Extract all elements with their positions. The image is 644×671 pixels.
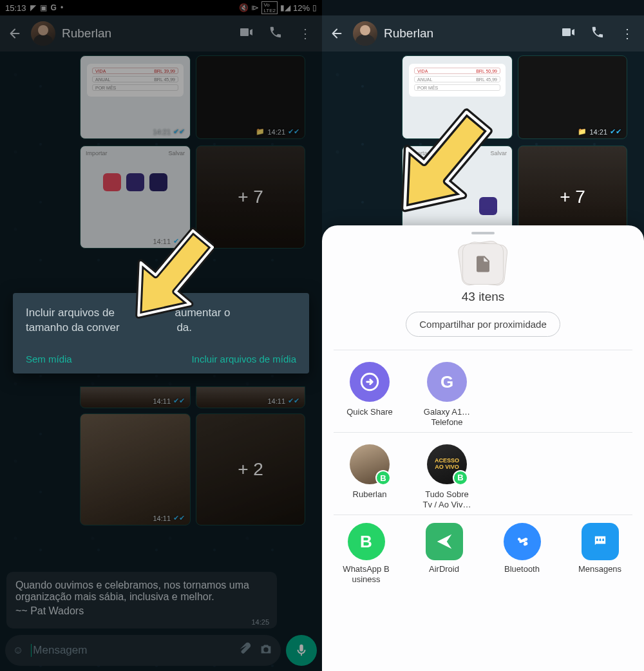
- more-media-count: + 2: [196, 414, 305, 525]
- battery-text: 12%: [293, 3, 310, 13]
- timestamp: 14:11: [267, 397, 285, 405]
- include-media-button[interactable]: Incluir arquivos de mídia: [191, 354, 296, 364]
- media-thumbnail[interactable]: 📁14:21✔✔: [518, 55, 627, 139]
- without-media-button[interactable]: Sem mídia: [26, 354, 72, 364]
- share-target-label: usiness: [352, 574, 380, 584]
- media-thumbnail[interactable]: 14:11✔✔: [196, 386, 305, 408]
- app-icon: [479, 197, 497, 215]
- video-call-button[interactable]: [556, 24, 580, 43]
- timestamp: 14:25: [251, 618, 269, 626]
- timestamp: 14:21: [153, 128, 171, 136]
- status-time: 15:13: [5, 3, 26, 13]
- media-thumbnail[interactable]: 14:11✔✔: [80, 386, 191, 408]
- whatsapp-badge-icon: B: [453, 470, 468, 486]
- dialog-text: da.: [176, 321, 192, 334]
- share-items-count: 43 itens: [322, 290, 644, 304]
- contact-avatar[interactable]: [31, 21, 55, 46]
- more-status-icon: •: [61, 3, 63, 12]
- share-target-label: Bluetooth: [486, 564, 558, 574]
- read-ticks-icon: ✔✔: [173, 128, 185, 136]
- video-call-button[interactable]: [234, 24, 258, 43]
- svg-point-2: [599, 540, 601, 542]
- app-share-target[interactable]: B WhatsApp Business: [330, 523, 402, 584]
- share-target-label: Galaxy A1…: [424, 407, 470, 417]
- media-thumbnail[interactable]: 📁14:21✔✔: [196, 55, 305, 139]
- voice-record-button[interactable]: [286, 635, 317, 666]
- text-message[interactable]: Quando ouvimos e celebramos, nos tornamo…: [6, 572, 277, 628]
- share-target-label: Ruberlan: [331, 489, 408, 500]
- message-input[interactable]: ☺ Mensagem: [5, 635, 281, 666]
- share-sheet: 43 itens Compartilhar por proximidade Qu…: [322, 225, 644, 671]
- share-target-label: AirDroid: [408, 564, 480, 574]
- sheet-handle[interactable]: [471, 232, 495, 234]
- back-button[interactable]: [5, 24, 24, 43]
- share-target-label: Tudo Sobre: [425, 489, 468, 499]
- contact-name[interactable]: Ruberlan: [384, 26, 550, 41]
- dialog-text: aumentar o: [175, 307, 231, 319]
- message-author: ~~ Pat Wadors: [15, 605, 268, 617]
- image-status-icon: ▣: [40, 3, 47, 12]
- dialog-text: tamanho da conver: [26, 321, 120, 334]
- send-status-icon: ◤: [30, 3, 36, 12]
- message-placeholder: Mensagem: [31, 644, 229, 657]
- more-media-count: + 7: [196, 146, 305, 248]
- contact-share-target[interactable]: ACESSO AO VIVOB Tudo SobreTv / Ao Viv…: [408, 444, 486, 509]
- quick-share-target[interactable]: Quick Share: [331, 362, 408, 427]
- nearby-share-button[interactable]: Compartilhar por proximidade: [406, 312, 560, 337]
- dialog-text: Incluir arquivos de: [26, 307, 115, 319]
- contact-avatar[interactable]: [353, 21, 377, 46]
- timestamp: 14:11: [153, 238, 171, 245]
- app-share-target[interactable]: Bluetooth: [486, 523, 558, 584]
- whatsapp-badge-icon: B: [375, 470, 391, 486]
- media-thumbnail[interactable]: 14:11✔✔: [80, 413, 191, 525]
- signal-icon: ▮◢: [280, 3, 290, 12]
- share-target-label: Quick Share: [331, 407, 408, 417]
- app-share-target[interactable]: AirDroid: [408, 523, 480, 584]
- read-ticks-icon: ✔✔: [173, 514, 185, 522]
- share-target-label: Telefone: [431, 417, 462, 427]
- media-thumbnail[interactable]: VIDABRL 39,99ANUALBRL 45,99POR MÊS 14:21…: [80, 55, 191, 139]
- timestamp: 14:11: [153, 397, 171, 405]
- timestamp: 14:21: [589, 128, 607, 136]
- volte-icon: VoLTE2: [261, 1, 278, 14]
- folder-icon: 📁: [578, 128, 587, 136]
- timestamp: 14:21: [267, 128, 285, 136]
- contact-share-target[interactable]: B Ruberlan: [331, 444, 408, 509]
- share-target-label: Mensagens: [564, 564, 636, 574]
- mute-icon: 🔇: [239, 3, 249, 12]
- google-status-icon: G: [51, 3, 57, 12]
- galaxy-device-target[interactable]: G Galaxy A1…Telefone: [408, 362, 486, 427]
- share-preview-icon: [462, 243, 504, 285]
- read-ticks-icon: ✔✔: [288, 397, 299, 405]
- voice-call-button[interactable]: [264, 25, 287, 43]
- message-text: Quando ouvimos e celebramos, nos tornamo…: [15, 580, 268, 603]
- read-ticks-icon: ✔✔: [173, 237, 185, 245]
- share-target-label: WhatsApp B: [343, 564, 389, 574]
- media-thumbnail[interactable]: ImportarSalvar 14:11✔✔: [80, 146, 191, 249]
- attach-button[interactable]: [237, 642, 251, 659]
- more-options-button[interactable]: ⋮: [616, 26, 639, 41]
- read-ticks-icon: ✔✔: [173, 397, 185, 405]
- media-thumbnail[interactable]: + 2: [196, 413, 305, 525]
- more-options-button[interactable]: ⋮: [294, 26, 317, 41]
- svg-point-1: [596, 540, 598, 542]
- back-button[interactable]: [327, 24, 346, 43]
- media-thumbnail[interactable]: + 7: [196, 146, 305, 249]
- include-media-dialog: Incluir arquivos de mídia pode aumentar …: [13, 293, 309, 373]
- share-target-label: Tv / Ao Viv…: [423, 500, 471, 509]
- timestamp: 14:11: [153, 515, 171, 522]
- camera-button[interactable]: [259, 642, 273, 659]
- wifi-icon: ⧐: [251, 3, 259, 12]
- folder-icon: 📁: [256, 128, 265, 136]
- voice-call-button[interactable]: [586, 25, 609, 43]
- battery-icon: ▯: [312, 3, 317, 12]
- read-ticks-icon: ✔✔: [288, 128, 299, 136]
- media-thumbnail[interactable]: VIDABRL 50,99ANUALBRL 45,99POR MÊS: [402, 55, 513, 139]
- app-share-target[interactable]: Mensagens: [564, 523, 636, 584]
- svg-point-3: [602, 540, 604, 542]
- emoji-button[interactable]: ☺: [13, 645, 23, 656]
- contact-name[interactable]: Ruberlan: [62, 26, 228, 41]
- read-ticks-icon: ✔✔: [610, 128, 621, 136]
